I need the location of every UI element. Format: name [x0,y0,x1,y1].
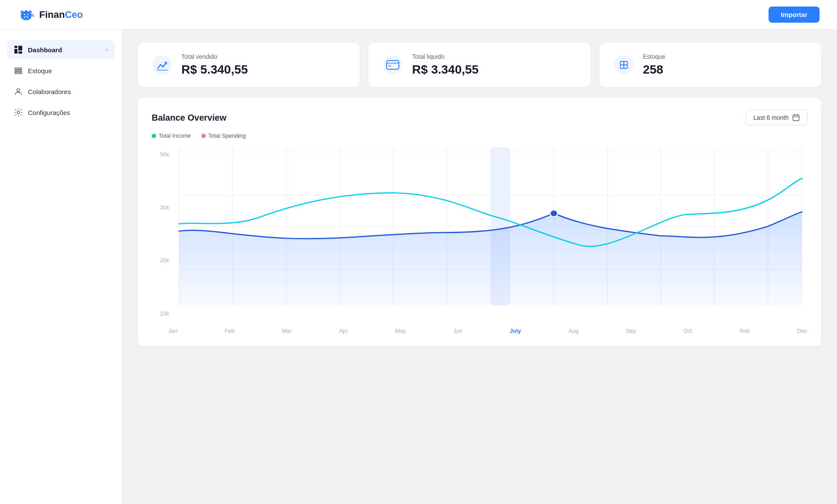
stat-label: Estoque [643,53,665,60]
stat-value: 258 [643,63,665,77]
svg-point-3 [27,17,29,17]
x-label-nob: Nob [739,328,750,334]
colaboradores-icon [14,87,23,96]
legend-income: Total Income [152,132,191,139]
stat-info: Total vendido R$ 5.340,55 [181,53,248,77]
x-label-oct: Oct [683,328,692,334]
svg-point-23 [383,55,402,74]
y-axis-labels: 50k 30k 20k 10k [152,142,169,334]
svg-rect-10 [25,10,27,11]
stat-label: Total liquido [412,53,479,60]
chart-area: 50k 30k 20k 10k [152,142,807,334]
sidebar-item-label: Dashboard [28,46,62,54]
x-label-feb: Feb [225,328,235,334]
logo-icon [17,6,35,24]
svg-rect-13 [18,46,22,51]
stat-info: Estoque 258 [643,53,665,77]
x-label-aug: Aug [568,328,578,334]
balance-header: Balance Overview Last 6 month [152,110,807,125]
legend-spending: Total Spending [201,132,246,139]
y-label-50k: 50k [152,151,169,158]
y-label-20k: 20k [152,257,169,264]
svg-point-19 [17,111,20,114]
y-label-30k: 30k [152,204,169,211]
svg-rect-11 [14,46,17,48]
dashboard-icon [14,45,23,54]
svg-rect-17 [15,72,22,74]
x-label-jun: Jun [453,328,463,334]
sidebar-item-label: Estoque [28,67,52,74]
chevron-right-icon: › [106,47,108,53]
stat-value: R$ 5.340,55 [181,63,248,77]
svg-point-21 [160,64,161,66]
main-layout: Dashboard › Estoque Colaboradores [0,30,837,504]
sidebar-item-colaboradores[interactable]: Colaboradores [7,82,115,101]
svg-point-22 [162,66,164,68]
stat-info: Total liquido R$ 3.340,55 [412,53,479,77]
stat-value: R$ 3.340,55 [412,63,479,77]
header: FinanCeo Importar [0,0,837,30]
sidebar-item-label: Configurações [28,109,70,116]
stat-card-liquido: Total liquido R$ 3.340,55 [368,43,590,87]
svg-rect-14 [18,51,22,54]
svg-rect-25 [388,65,391,67]
sidebar-item-label: Colaboradores [28,88,71,95]
x-label-sep: Sep [626,328,636,334]
liquido-icon [382,54,403,75]
svg-point-20 [153,55,172,74]
estoque-stat-icon [613,54,634,75]
x-axis-labels: Jan Feb Mar Apr May Jun July Aug Sep Oct… [168,328,807,334]
x-label-apr: Apr [339,328,348,334]
x-label-may: May [395,328,406,334]
x-label-jan: Jan [168,328,177,334]
svg-point-4 [24,14,25,15]
estoque-icon [14,66,23,75]
x-label-dec: Dec [797,328,807,334]
income-dot [152,134,156,138]
balance-card: Balance Overview Last 6 month Total Inco… [138,98,821,346]
svg-rect-16 [15,70,22,71]
import-button[interactable]: Importar [769,7,820,23]
configuracoes-icon [14,108,23,117]
chart-svg [152,142,807,334]
spending-dot [201,134,206,138]
stat-card-estoque: Estoque 258 [599,43,821,87]
svg-point-50 [550,210,558,216]
stat-card-vendido: Total vendido R$ 5.340,55 [138,43,360,87]
period-label: Last 6 month [753,114,789,121]
sidebar-item-dashboard[interactable]: Dashboard › [7,40,115,59]
calendar-icon [792,114,800,122]
svg-rect-15 [15,68,22,69]
logo: FinanCeo [17,6,83,24]
svg-rect-12 [14,49,17,54]
svg-point-2 [24,17,25,17]
legend-spending-label: Total Spending [208,132,246,139]
stat-label: Total vendido [181,53,248,60]
vendido-icon [152,54,173,75]
sidebar: Dashboard › Estoque Colaboradores [0,30,122,504]
svg-point-5 [27,14,29,15]
svg-point-18 [17,89,20,92]
y-label-10k: 10k [152,310,169,317]
content: Total vendido R$ 5.340,55 Total liquido … [122,30,837,504]
x-label-mar: Mar [282,328,292,334]
svg-rect-31 [793,115,799,121]
period-button[interactable]: Last 6 month [746,110,807,125]
sidebar-item-estoque[interactable]: Estoque [7,61,115,80]
chart-legend: Total Income Total Spending [152,132,807,139]
balance-title: Balance Overview [152,113,226,123]
x-label-july: July [510,328,521,334]
stats-row: Total vendido R$ 5.340,55 Total liquido … [138,43,821,87]
logo-text: FinanCeo [39,9,83,20]
sidebar-item-configuracoes[interactable]: Configurações [7,103,115,122]
legend-income-label: Total Income [159,132,191,139]
